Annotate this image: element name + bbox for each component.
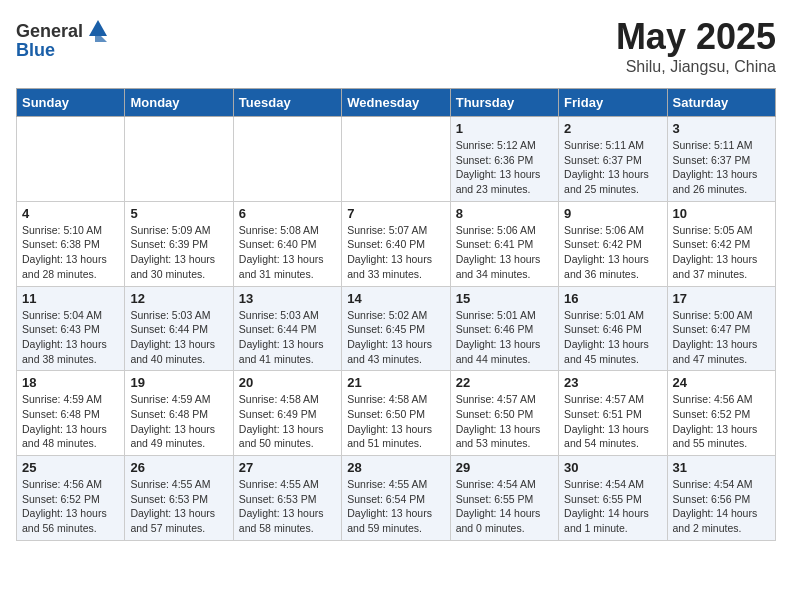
calendar-cell: 21Sunrise: 4:58 AM Sunset: 6:50 PM Dayli… bbox=[342, 371, 450, 456]
day-info: Sunrise: 5:06 AM Sunset: 6:41 PM Dayligh… bbox=[456, 223, 553, 282]
day-info: Sunrise: 4:54 AM Sunset: 6:55 PM Dayligh… bbox=[456, 477, 553, 536]
day-info: Sunrise: 5:02 AM Sunset: 6:45 PM Dayligh… bbox=[347, 308, 444, 367]
day-number: 29 bbox=[456, 460, 553, 475]
day-number: 30 bbox=[564, 460, 661, 475]
day-info: Sunrise: 5:09 AM Sunset: 6:39 PM Dayligh… bbox=[130, 223, 227, 282]
calendar-cell: 20Sunrise: 4:58 AM Sunset: 6:49 PM Dayli… bbox=[233, 371, 341, 456]
day-info: Sunrise: 4:55 AM Sunset: 6:53 PM Dayligh… bbox=[130, 477, 227, 536]
day-info: Sunrise: 4:57 AM Sunset: 6:51 PM Dayligh… bbox=[564, 392, 661, 451]
day-info: Sunrise: 5:03 AM Sunset: 6:44 PM Dayligh… bbox=[239, 308, 336, 367]
calendar-week-row: 4Sunrise: 5:10 AM Sunset: 6:38 PM Daylig… bbox=[17, 201, 776, 286]
weekday-header-thursday: Thursday bbox=[450, 89, 558, 117]
day-info: Sunrise: 5:03 AM Sunset: 6:44 PM Dayligh… bbox=[130, 308, 227, 367]
calendar-cell: 13Sunrise: 5:03 AM Sunset: 6:44 PM Dayli… bbox=[233, 286, 341, 371]
calendar-cell: 16Sunrise: 5:01 AM Sunset: 6:46 PM Dayli… bbox=[559, 286, 667, 371]
day-number: 21 bbox=[347, 375, 444, 390]
day-number: 15 bbox=[456, 291, 553, 306]
day-number: 20 bbox=[239, 375, 336, 390]
day-number: 4 bbox=[22, 206, 119, 221]
calendar-cell: 14Sunrise: 5:02 AM Sunset: 6:45 PM Dayli… bbox=[342, 286, 450, 371]
calendar-cell: 6Sunrise: 5:08 AM Sunset: 6:40 PM Daylig… bbox=[233, 201, 341, 286]
calendar-week-row: 1Sunrise: 5:12 AM Sunset: 6:36 PM Daylig… bbox=[17, 117, 776, 202]
calendar-cell: 22Sunrise: 4:57 AM Sunset: 6:50 PM Dayli… bbox=[450, 371, 558, 456]
calendar-cell: 7Sunrise: 5:07 AM Sunset: 6:40 PM Daylig… bbox=[342, 201, 450, 286]
calendar-table: SundayMondayTuesdayWednesdayThursdayFrid… bbox=[16, 88, 776, 541]
day-number: 7 bbox=[347, 206, 444, 221]
weekday-header-wednesday: Wednesday bbox=[342, 89, 450, 117]
calendar-cell bbox=[17, 117, 125, 202]
day-number: 12 bbox=[130, 291, 227, 306]
day-info: Sunrise: 4:56 AM Sunset: 6:52 PM Dayligh… bbox=[22, 477, 119, 536]
day-number: 31 bbox=[673, 460, 770, 475]
calendar-week-row: 11Sunrise: 5:04 AM Sunset: 6:43 PM Dayli… bbox=[17, 286, 776, 371]
calendar-cell: 9Sunrise: 5:06 AM Sunset: 6:42 PM Daylig… bbox=[559, 201, 667, 286]
day-info: Sunrise: 5:11 AM Sunset: 6:37 PM Dayligh… bbox=[673, 138, 770, 197]
calendar-week-row: 25Sunrise: 4:56 AM Sunset: 6:52 PM Dayli… bbox=[17, 456, 776, 541]
calendar-cell bbox=[233, 117, 341, 202]
day-number: 23 bbox=[564, 375, 661, 390]
logo-blue-text: Blue bbox=[16, 40, 55, 61]
weekday-header-row: SundayMondayTuesdayWednesdayThursdayFrid… bbox=[17, 89, 776, 117]
logo-general-text: General bbox=[16, 21, 83, 42]
weekday-header-monday: Monday bbox=[125, 89, 233, 117]
calendar-cell: 8Sunrise: 5:06 AM Sunset: 6:41 PM Daylig… bbox=[450, 201, 558, 286]
day-info: Sunrise: 5:04 AM Sunset: 6:43 PM Dayligh… bbox=[22, 308, 119, 367]
day-number: 22 bbox=[456, 375, 553, 390]
svg-marker-0 bbox=[89, 20, 107, 36]
day-info: Sunrise: 4:59 AM Sunset: 6:48 PM Dayligh… bbox=[130, 392, 227, 451]
day-number: 19 bbox=[130, 375, 227, 390]
calendar-cell: 30Sunrise: 4:54 AM Sunset: 6:55 PM Dayli… bbox=[559, 456, 667, 541]
day-number: 10 bbox=[673, 206, 770, 221]
day-info: Sunrise: 4:58 AM Sunset: 6:49 PM Dayligh… bbox=[239, 392, 336, 451]
calendar-cell: 25Sunrise: 4:56 AM Sunset: 6:52 PM Dayli… bbox=[17, 456, 125, 541]
day-number: 11 bbox=[22, 291, 119, 306]
day-info: Sunrise: 4:59 AM Sunset: 6:48 PM Dayligh… bbox=[22, 392, 119, 451]
calendar-cell: 24Sunrise: 4:56 AM Sunset: 6:52 PM Dayli… bbox=[667, 371, 775, 456]
day-info: Sunrise: 5:01 AM Sunset: 6:46 PM Dayligh… bbox=[564, 308, 661, 367]
calendar-cell: 19Sunrise: 4:59 AM Sunset: 6:48 PM Dayli… bbox=[125, 371, 233, 456]
day-number: 5 bbox=[130, 206, 227, 221]
calendar-cell: 3Sunrise: 5:11 AM Sunset: 6:37 PM Daylig… bbox=[667, 117, 775, 202]
calendar-week-row: 18Sunrise: 4:59 AM Sunset: 6:48 PM Dayli… bbox=[17, 371, 776, 456]
calendar-cell: 4Sunrise: 5:10 AM Sunset: 6:38 PM Daylig… bbox=[17, 201, 125, 286]
day-info: Sunrise: 4:56 AM Sunset: 6:52 PM Dayligh… bbox=[673, 392, 770, 451]
day-number: 24 bbox=[673, 375, 770, 390]
day-info: Sunrise: 5:05 AM Sunset: 6:42 PM Dayligh… bbox=[673, 223, 770, 282]
calendar-cell bbox=[125, 117, 233, 202]
logo-icon bbox=[85, 16, 111, 42]
day-info: Sunrise: 4:55 AM Sunset: 6:54 PM Dayligh… bbox=[347, 477, 444, 536]
day-info: Sunrise: 5:11 AM Sunset: 6:37 PM Dayligh… bbox=[564, 138, 661, 197]
day-number: 16 bbox=[564, 291, 661, 306]
day-number: 2 bbox=[564, 121, 661, 136]
day-info: Sunrise: 4:57 AM Sunset: 6:50 PM Dayligh… bbox=[456, 392, 553, 451]
calendar-cell: 15Sunrise: 5:01 AM Sunset: 6:46 PM Dayli… bbox=[450, 286, 558, 371]
location-title: Shilu, Jiangsu, China bbox=[616, 58, 776, 76]
day-info: Sunrise: 4:54 AM Sunset: 6:55 PM Dayligh… bbox=[564, 477, 661, 536]
day-number: 9 bbox=[564, 206, 661, 221]
day-number: 8 bbox=[456, 206, 553, 221]
day-number: 13 bbox=[239, 291, 336, 306]
weekday-header-friday: Friday bbox=[559, 89, 667, 117]
day-info: Sunrise: 5:10 AM Sunset: 6:38 PM Dayligh… bbox=[22, 223, 119, 282]
day-info: Sunrise: 5:08 AM Sunset: 6:40 PM Dayligh… bbox=[239, 223, 336, 282]
calendar-cell: 1Sunrise: 5:12 AM Sunset: 6:36 PM Daylig… bbox=[450, 117, 558, 202]
weekday-header-tuesday: Tuesday bbox=[233, 89, 341, 117]
day-info: Sunrise: 4:54 AM Sunset: 6:56 PM Dayligh… bbox=[673, 477, 770, 536]
calendar-cell: 5Sunrise: 5:09 AM Sunset: 6:39 PM Daylig… bbox=[125, 201, 233, 286]
day-info: Sunrise: 5:06 AM Sunset: 6:42 PM Dayligh… bbox=[564, 223, 661, 282]
day-number: 3 bbox=[673, 121, 770, 136]
calendar-cell: 23Sunrise: 4:57 AM Sunset: 6:51 PM Dayli… bbox=[559, 371, 667, 456]
calendar-cell bbox=[342, 117, 450, 202]
calendar-cell: 27Sunrise: 4:55 AM Sunset: 6:53 PM Dayli… bbox=[233, 456, 341, 541]
month-title: May 2025 bbox=[616, 16, 776, 58]
header: General Blue May 2025 Shilu, Jiangsu, Ch… bbox=[16, 16, 776, 76]
day-number: 14 bbox=[347, 291, 444, 306]
day-info: Sunrise: 5:01 AM Sunset: 6:46 PM Dayligh… bbox=[456, 308, 553, 367]
day-info: Sunrise: 5:00 AM Sunset: 6:47 PM Dayligh… bbox=[673, 308, 770, 367]
logo: General Blue bbox=[16, 16, 111, 61]
day-number: 1 bbox=[456, 121, 553, 136]
weekday-header-sunday: Sunday bbox=[17, 89, 125, 117]
calendar-cell: 2Sunrise: 5:11 AM Sunset: 6:37 PM Daylig… bbox=[559, 117, 667, 202]
calendar-cell: 26Sunrise: 4:55 AM Sunset: 6:53 PM Dayli… bbox=[125, 456, 233, 541]
calendar-cell: 12Sunrise: 5:03 AM Sunset: 6:44 PM Dayli… bbox=[125, 286, 233, 371]
